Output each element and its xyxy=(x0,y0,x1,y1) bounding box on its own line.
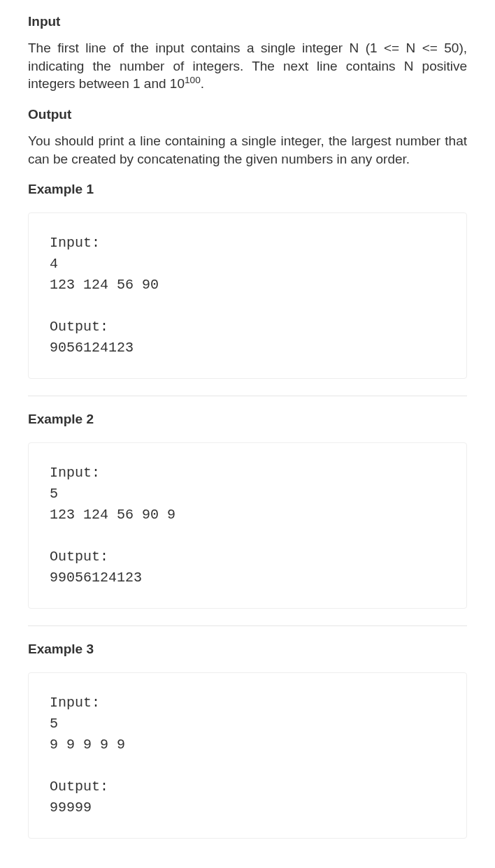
output-description: You should print a line containing a sin… xyxy=(28,132,467,168)
input-description: The first line of the input contains a s… xyxy=(28,39,467,93)
example-1-code: Input: 4 123 124 56 90 Output: 905612412… xyxy=(28,212,467,379)
example-3-heading: Example 3 xyxy=(28,642,467,657)
divider xyxy=(28,396,467,396)
example-3-code: Input: 5 9 9 9 9 9 Output: 99999 xyxy=(28,672,467,839)
divider xyxy=(28,625,467,626)
problem-statement: Input The first line of the input contai… xyxy=(0,0,495,868)
example-2-heading: Example 2 xyxy=(28,412,467,427)
input-heading: Input xyxy=(28,14,467,29)
example-2-code: Input: 5 123 124 56 90 9 Output: 9905612… xyxy=(28,442,467,609)
output-heading: Output xyxy=(28,107,467,122)
example-1-heading: Example 1 xyxy=(28,182,467,197)
